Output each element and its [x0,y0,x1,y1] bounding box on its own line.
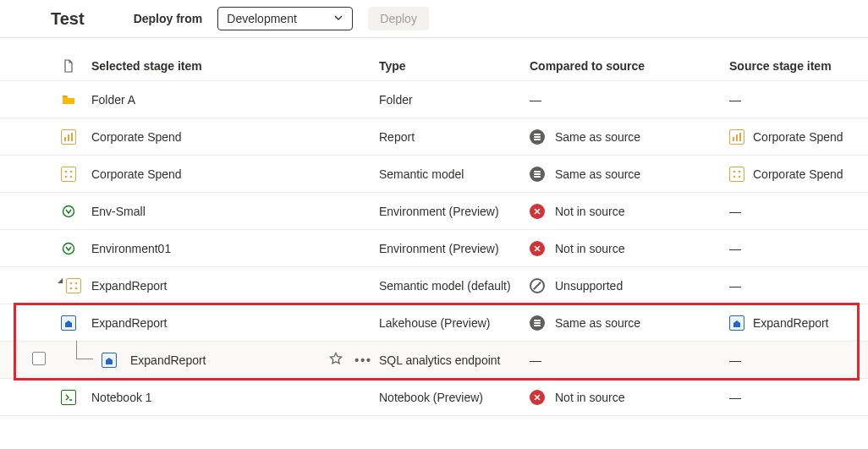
source-cell: ExpandReport [729,315,868,331]
source-stage-select[interactable]: Development [217,7,353,30]
source-dash: — [729,353,741,367]
compare-cell: — [530,353,729,367]
item-name: Notebook 1 [91,391,152,404]
status-same-icon [530,129,545,145]
table-row[interactable]: ExpandReport ••• Lakehouse (Preview)Same… [0,304,868,342]
status-text: Same as source [555,316,640,330]
svg-rect-5 [739,133,741,141]
svg-point-17 [75,282,78,284]
compare-cell: Not in source [530,241,729,256]
item-name: Env-Small [91,205,146,218]
table-row[interactable]: ◢ExpandReport ••• Semantic model (defaul… [0,267,868,304]
source-dash: — [729,242,741,255]
document-icon [61,58,76,74]
status-text: Not in source [555,242,624,255]
item-name: Environment01 [91,242,171,255]
default-tick-icon: ◢ [58,277,63,284]
svg-point-18 [70,287,73,289]
environment-icon [61,241,76,256]
source-item-name: Corporate Spend [753,130,843,144]
status-notin-icon [530,204,545,219]
more-options-icon[interactable]: ••• [354,353,372,367]
item-type: Folder [379,93,530,107]
status-text: Not in source [555,205,624,218]
status-same-icon [530,167,545,182]
svg-rect-2 [71,133,73,141]
items-table: Selected stage item Type Compared to sou… [0,38,868,416]
svg-point-11 [739,170,741,172]
table-row[interactable]: ExpandReport ••• SQL analytics endpoint—… [0,342,868,379]
table-row[interactable]: Notebook 1 ••• Notebook (Preview)Not in … [0,379,868,416]
table-row[interactable]: Corporate Spend ••• ReportSame as source… [0,118,868,156]
source-cell: — [729,93,868,107]
source-item-name: ExpandReport [753,316,829,330]
table-row[interactable]: Corporate Spend ••• Semantic modelSame a… [0,156,868,193]
svg-point-16 [70,282,73,284]
status-dash: — [530,93,541,107]
report-icon [729,129,744,145]
status-same-icon [530,315,545,331]
status-text: Same as source [555,130,640,144]
table-row[interactable]: Folder A ••• Folder—— [0,81,868,118]
item-type: Notebook (Preview) [379,391,530,404]
status-notin-icon [530,390,545,405]
header-icon-col [61,58,91,74]
svg-point-14 [63,205,74,216]
item-type: Environment (Preview) [379,205,530,218]
compare-cell: Not in source [530,390,729,405]
header-selected[interactable]: Selected stage item [91,59,379,73]
semantic-model-icon [61,167,76,182]
source-dash: — [729,279,741,293]
source-dash: — [729,93,741,107]
stage-title: Test [51,9,85,29]
source-item-name: Corporate Spend [753,167,843,181]
tree-elbow-icon [76,341,93,359]
item-type: Semantic model (default) [379,279,530,293]
compare-cell: Same as source [530,167,729,182]
compare-cell: — [530,93,729,107]
row-checkbox[interactable] [32,352,46,365]
table-row[interactable]: Environment01 ••• Environment (Preview)N… [0,230,868,267]
svg-point-7 [70,170,73,172]
svg-point-10 [733,170,736,172]
svg-point-15 [63,243,74,254]
table-header-row: Selected stage item Type Compared to sou… [0,38,868,81]
status-unsupported-icon [530,278,545,293]
compare-cell: Unsupported [530,278,729,293]
folder-icon [61,92,76,107]
header-type[interactable]: Type [379,59,530,73]
svg-point-8 [65,175,68,178]
source-dash: — [729,391,741,404]
status-dash: — [530,353,541,367]
table-row[interactable]: Env-Small ••• Environment (Preview)Not i… [0,193,868,230]
deploy-header: Test Deploy from Development Deploy [0,0,868,38]
svg-point-12 [733,175,736,178]
source-dash: — [729,205,741,218]
semantic-model-icon [66,278,81,293]
source-cell: Corporate Spend [729,129,868,145]
svg-point-9 [70,175,73,178]
item-name: Corporate Spend [91,130,182,144]
sql-endpoint-icon [102,353,117,368]
status-text: Unsupported [555,279,623,293]
source-cell: — [729,353,868,367]
favorite-star-icon[interactable] [329,352,343,368]
deploy-button[interactable]: Deploy [368,7,429,30]
svg-point-6 [65,170,68,172]
source-stage-value: Development [227,12,297,25]
item-name: Corporate Spend [91,167,182,181]
item-type: SQL analytics endpoint [379,353,530,367]
svg-point-13 [739,175,741,178]
item-type: Semantic model [379,167,530,181]
item-name: ExpandReport [130,353,206,367]
header-source[interactable]: Source stage item [729,59,868,73]
environment-icon [61,204,76,219]
item-name: ExpandReport [91,316,168,330]
compare-cell: Same as source [530,315,729,331]
header-compared[interactable]: Compared to source [530,59,729,73]
deploy-from-label: Deploy from [134,12,203,25]
status-text: Same as source [555,167,640,181]
status-text: Not in source [555,391,624,404]
semantic-model-icon [729,167,744,182]
source-cell: — [729,242,868,255]
